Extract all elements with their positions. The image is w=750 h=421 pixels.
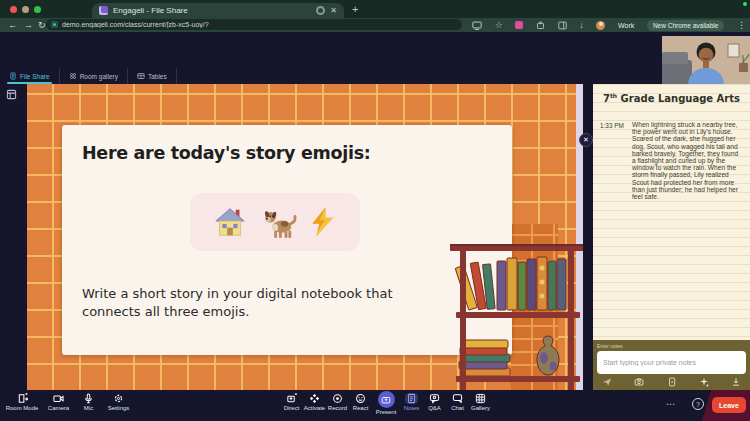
file-share-icon [9,72,17,80]
profile-avatar[interactable] [596,21,605,30]
browser-tab-strip: Engageli - File Share ✕ + [0,0,750,18]
browser-action-icons: ☆ ↓ Work New Chrome available ⋮ [472,18,746,32]
gallery-button[interactable]: Gallery [470,393,491,415]
cast-icon[interactable] [472,20,482,30]
tab-label: Tables [148,73,167,80]
left-rail [0,84,27,390]
bookmark-star-icon[interactable]: ☆ [495,20,503,30]
downloads-icon[interactable]: ↓ [579,20,584,30]
react-button[interactable]: React [350,393,371,415]
bottom-toolbar: Room Mode Camera Mic Settings Direct Act… [0,390,750,421]
app-tab-bar: File Share Room gallery Tables [0,68,593,84]
site-badge-icon [51,21,58,28]
chat-button[interactable]: Chat [447,393,468,415]
forward-button[interactable]: → [24,20,33,30]
notes-icon [405,393,418,404]
more-options-button[interactable]: ⋯ [666,399,676,409]
pinned-extension-icon[interactable] [515,21,523,29]
sparkles-icon[interactable] [699,377,709,387]
engageli-favicon [99,6,108,15]
slide-title: Here are today's story emojis: [82,143,370,163]
notebook-icon[interactable] [667,377,677,387]
tab-file-share[interactable]: File Share [0,68,60,84]
direct-button[interactable]: Direct [281,393,302,415]
room-mode-button[interactable]: Room Mode [5,393,39,411]
send-icon[interactable] [602,377,612,387]
house-emoji [211,205,249,239]
tab-tables[interactable]: Tables [128,68,177,84]
present-icon [378,391,395,408]
url-text: demo.engageli.com/class/current/[zb-xc5-… [62,21,209,28]
gallery-icon [475,393,486,404]
side-panel-icon[interactable] [558,21,567,30]
activate-icon [309,393,320,404]
snapshot-camera-icon[interactable] [634,377,644,387]
tab-room-gallery[interactable]: Room gallery [60,68,128,84]
chat-icon [452,393,463,404]
note-entry: 1:33 PM When lightning struck a nearby t… [600,121,743,200]
react-icon [355,393,366,404]
activate-button[interactable]: Activate [304,393,325,415]
profile-name[interactable]: Work [618,22,634,29]
device-controls: Room Mode Camera Mic Settings [5,393,129,411]
direct-icon [286,393,297,404]
tables-icon [137,72,145,80]
browser-toolbar: ← → ↻ demo.engageli.com/class/current/[z… [0,18,750,32]
new-tab-button[interactable]: + [352,3,358,15]
reload-button[interactable]: ↻ [38,20,46,30]
room-gallery-icon [69,72,77,80]
browser-tab[interactable]: Engageli - File Share ✕ [92,3,344,18]
settings-icon [113,393,124,404]
camera-icon [53,393,64,404]
note-text: When lightning struck a nearby tree, the… [632,121,743,200]
slide-card: Here are today's story emojis: [62,125,512,355]
url-bar[interactable]: demo.engageli.com/class/current/[zb-xc5-… [46,19,462,30]
note-timestamp: 1:33 PM [600,121,627,200]
tab-label: Room gallery [80,73,118,80]
notes-panel-title: 7th Grade Language Arts [593,92,750,104]
mic-icon [83,393,94,404]
back-button[interactable]: ← [8,20,17,30]
present-button[interactable]: Present [373,393,399,415]
qa-button[interactable]: Q&A [424,393,445,415]
tab-audio-icon [316,6,325,15]
window-zoom-button[interactable] [34,6,41,13]
notes-composer: Enter notes [593,340,750,390]
record-icon [332,393,343,404]
record-button[interactable]: Record [327,393,348,415]
browser-menu-icon[interactable]: ⋮ [737,20,746,30]
notes-button[interactable]: Notes [401,393,422,415]
private-notes-input[interactable] [597,351,746,374]
update-indicator-dot [743,2,747,6]
window-minimize-button[interactable] [22,6,29,13]
room-mode-icon [17,393,28,404]
dog-emoji [258,205,298,239]
composer-label: Enter notes [597,343,623,349]
lightning-bolt-emoji [307,205,339,239]
tab-label: File Share [20,73,50,80]
close-panel-button[interactable]: ✕ [579,133,593,147]
notes-panel: 7th Grade Language Arts 1:33 PM When lig… [593,84,750,390]
qa-icon [429,393,440,404]
settings-button[interactable]: Settings [108,393,129,411]
sidebar-toggle-icon[interactable] [6,89,17,100]
presentation-stage: Here are today's story emojis: [27,84,583,390]
update-chrome-button[interactable]: New Chrome available [647,20,724,31]
camera-button[interactable]: Camera [48,393,69,411]
slide-body-text: Write a short story in your digital note… [82,285,420,320]
help-button[interactable]: ? [692,398,704,410]
mic-button[interactable]: Mic [78,393,99,411]
browser-tab-title: Engageli - File Share [113,6,311,15]
emoji-tray [190,193,360,251]
tab-close-icon[interactable]: ✕ [330,6,337,15]
self-video-thumbnail[interactable] [662,36,750,84]
composer-toolbar [593,377,750,387]
bookshelf-illustration [448,232,583,390]
session-controls: Direct Activate Record React Present Not… [281,393,491,415]
leave-button[interactable]: Leave [712,397,746,413]
extensions-puzzle-icon[interactable] [536,21,545,30]
download-notes-icon[interactable] [731,377,741,387]
window-close-button[interactable] [10,6,17,13]
